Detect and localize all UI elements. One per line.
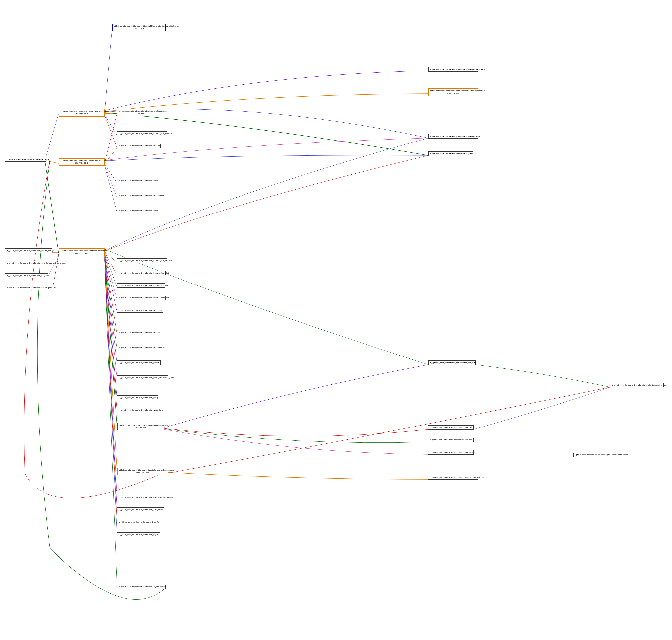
node-proto-tendermint-types-label[interactable]: github_com_tendermint_tendermintprolo_te… (573, 453, 630, 457)
node-internal-libs-clist[interactable]: n_github_com_tendermint_tendermint_inter… (117, 271, 166, 275)
svg-line-2 (45, 160, 59, 253)
node-blockchain-v2[interactable]: github.com/tendermint/tendermint/interna… (59, 109, 105, 117)
svg-line-8 (105, 164, 117, 183)
node-state[interactable]: n_github_com_tendermint_tendermint_state (117, 179, 159, 183)
svg-line-12 (105, 252, 117, 275)
svg-line-3 (105, 113, 117, 114)
svg-line-16 (105, 254, 117, 335)
graph-container: n_github_com_tendermint_tendermint_node … (0, 0, 672, 640)
node-config[interactable]: n_github_com_tendermint_tendermint_confi… (117, 520, 161, 524)
node-internal-libs-flowrate[interactable]: n_github_com_tendermint_tendermint_inter… (117, 131, 167, 136)
svg-line-5 (105, 115, 117, 148)
node-consensus[interactable]: github.com/tendermint/tendermint/interna… (59, 248, 105, 256)
node-internal-libs-fail[interactable]: n_github_com_tendermint_tendermint_inter… (117, 283, 165, 288)
node-proto-tendermint-types-rhs[interactable]: n_github_com_tendermint_tendermint_proto… (610, 383, 663, 388)
node-scripts-json2wal[interactable]: n_github_com_tendermint_tendermint_scrip… (5, 286, 53, 290)
svg-line-21 (105, 257, 117, 412)
node-root[interactable]: n_github_com_tendermint_tendermint_node (5, 157, 46, 162)
svg-line-23 (105, 258, 117, 472)
node-libs-json[interactable]: n_github_com_tendermint_tendermint_libs_… (428, 438, 474, 442)
node-consensus-types[interactable]: github.com/tendermint/tendermint/interna… (117, 423, 164, 431)
svg-line-32 (52, 255, 59, 290)
node-blockchain-v2-behavior[interactable]: github.com/tendermint/tendermint/interna… (112, 24, 166, 31)
svg-line-26 (105, 259, 117, 524)
svg-line-27 (105, 260, 117, 537)
svg-line-0 (45, 114, 59, 160)
node-libs-bytes[interactable]: n_github_com_tendermint_tendermint_libs_… (428, 425, 474, 430)
node-libs-bits[interactable]: n_github_com_tendermint_tendermint_libs_… (428, 361, 476, 365)
edges-svg (0, 0, 672, 640)
svg-line-1 (45, 160, 59, 163)
svg-line-19 (105, 256, 117, 380)
node-proto-blockchain[interactable]: github.com/tendermint/tendermint/proto/t… (428, 88, 478, 96)
node-crypto[interactable]: n_github_com_tendermint_tendermint_crypt… (117, 533, 160, 537)
svg-line-20 (105, 256, 117, 399)
svg-line-25 (105, 259, 117, 512)
node-abci-types[interactable]: n_github_com_tendermint_tendermint_abci_… (117, 508, 164, 512)
node-proto-tendermint-bits[interactable]: n_github_com_tendermint_tendermint_proto… (428, 475, 478, 480)
node-store[interactable]: n_github_com_tendermint_tendermint_store (117, 208, 158, 213)
node-ipc-con[interactable]: n_github_com_tendermint_tendermint_ipc_c… (5, 273, 48, 278)
node-tendermint-libs-log[interactable]: n_github_com_tendermint_tendermint_libs_… (117, 144, 161, 148)
node-cmd-tendermint-commands[interactable]: n_github_com_tendermint_tendermint_cmd_t… (5, 261, 57, 265)
svg-line-10 (105, 165, 117, 213)
svg-line-17 (105, 254, 117, 350)
svg-line-15 (105, 253, 117, 312)
node-scripts-wal2json[interactable]: n_github_com_tendermint_tendermint_scrip… (5, 248, 52, 253)
node-proto-consensus[interactable]: github.com/tendermint/tendermint/proto/t… (117, 468, 168, 475)
svg-line-6 (105, 113, 117, 163)
node-internal-blockchains[interactable]: github.com/tendermint/tendermint/interna… (117, 109, 163, 116)
svg-line-31 (47, 254, 59, 277)
node-types-time[interactable]: n_github_com_tendermint_tendermint_types… (117, 408, 162, 412)
node-libs-os[interactable]: n_github_com_tendermint_tendermint_libs_… (117, 331, 159, 335)
node-crypto-merkle[interactable]: n_github_com_tendermint_tendermint_crypt… (117, 585, 166, 589)
svg-line-24 (105, 258, 117, 499)
node-libs-math[interactable]: n_github_com_tendermint_tendermint_libs_… (428, 450, 474, 455)
node-abci-example-kvstore[interactable]: n_github_com_tendermint_tendermint_abci_… (117, 495, 168, 499)
node-internal-libs-sync[interactable]: n_github_com_tendermint_tendermint_inter… (428, 67, 478, 72)
svg-line-22 (105, 257, 117, 427)
node-proxy[interactable]: n_github_com_tendermint_tendermint_proxy (117, 395, 158, 400)
node-libs-events[interactable]: n_github_com_tendermint_tendermint_libs_… (117, 308, 163, 312)
svg-line-28 (105, 260, 117, 589)
svg-line-9 (105, 165, 117, 198)
node-internal-libs-autofile[interactable]: n_github_com_tendermint_tendermint_inter… (117, 258, 167, 263)
svg-line-11 (105, 252, 117, 263)
node-types[interactable]: n_github_com_tendermint_tendermint_types (428, 151, 473, 156)
svg-line-18 (105, 255, 117, 365)
node-privval[interactable]: n_github_com_tendermint_tendermint_privv… (117, 361, 161, 365)
node-internal-p2p[interactable]: n_github_com_tendermint_tendermint_inter… (428, 134, 478, 139)
node-libs-service[interactable]: n_github_com_tendermint_tendermint_libs_… (117, 193, 162, 198)
node-internal-mempool[interactable]: n_github_com_tendermint_tendermint_inter… (117, 296, 166, 300)
svg-line-13 (105, 252, 117, 288)
node-libs-pubsub[interactable]: n_github_com_tendermint_tendermint_libs_… (117, 346, 163, 350)
node-proto-tendermint-state[interactable]: n_github_com_tendermint_tendermint_proto… (117, 375, 168, 380)
node-blockchain-v0[interactable]: github.com/tendermint/tendermint/interna… (59, 158, 105, 166)
svg-line-4 (105, 115, 117, 135)
svg-line-14 (105, 253, 117, 300)
